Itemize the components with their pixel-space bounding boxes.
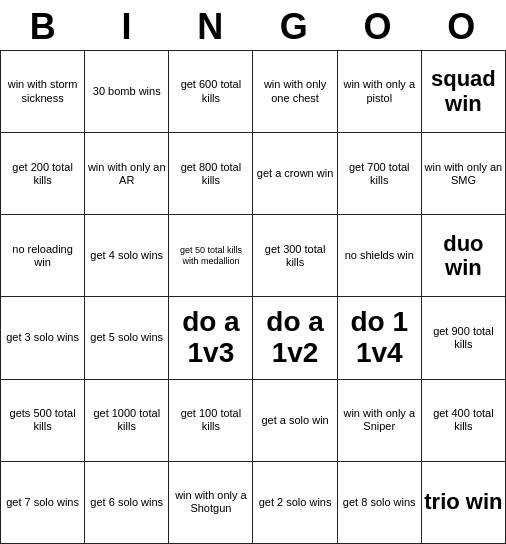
bingo-cell: get a crown win <box>253 133 337 215</box>
bingo-cell: get 6 solo wins <box>85 462 169 544</box>
bingo-cell: win with only a Sniper <box>338 380 422 462</box>
bingo-cell: gets 500 total kills <box>1 380 85 462</box>
bingo-cell: no shields win <box>338 215 422 297</box>
bingo-cell: do a 1v3 <box>169 297 253 379</box>
bingo-letter: O <box>337 6 421 48</box>
bingo-cell: get 5 solo wins <box>85 297 169 379</box>
bingo-cell: get 200 total kills <box>1 133 85 215</box>
bingo-cell: 30 bomb wins <box>85 51 169 133</box>
bingo-cell: get 900 total kills <box>422 297 506 379</box>
bingo-cell: win with storm sickness <box>1 51 85 133</box>
bingo-letter: B <box>2 6 86 48</box>
bingo-cell: do 1 1v4 <box>338 297 422 379</box>
bingo-cell: get 3 solo wins <box>1 297 85 379</box>
bingo-cell: no reloading win <box>1 215 85 297</box>
bingo-letter: I <box>86 6 170 48</box>
bingo-cell: get 600 total kills <box>169 51 253 133</box>
bingo-cell: win with only one chest <box>253 51 337 133</box>
bingo-cell: get a solo win <box>253 380 337 462</box>
bingo-cell: get 700 total kills <box>338 133 422 215</box>
bingo-cell: get 400 total kills <box>422 380 506 462</box>
bingo-cell: get 300 total kills <box>253 215 337 297</box>
bingo-cell: win with only a pistol <box>338 51 422 133</box>
bingo-cell: squad win <box>422 51 506 133</box>
bingo-cell: get 1000 total kills <box>85 380 169 462</box>
bingo-cell: get 2 solo wins <box>253 462 337 544</box>
bingo-letter: N <box>169 6 253 48</box>
bingo-letter: O <box>420 6 504 48</box>
bingo-cell: get 8 solo wins <box>338 462 422 544</box>
bingo-cell: duo win <box>422 215 506 297</box>
bingo-cell: win with only a Shotgun <box>169 462 253 544</box>
bingo-cell: get 50 total kills with medallion <box>169 215 253 297</box>
bingo-cell: get 100 total kills <box>169 380 253 462</box>
bingo-letter: G <box>253 6 337 48</box>
bingo-cell: trio win <box>422 462 506 544</box>
bingo-cell: win with only an SMG <box>422 133 506 215</box>
bingo-grid: win with storm sickness30 bomb winsget 6… <box>0 50 506 544</box>
bingo-cell: get 7 solo wins <box>1 462 85 544</box>
bingo-cell: get 4 solo wins <box>85 215 169 297</box>
bingo-cell: win with only an AR <box>85 133 169 215</box>
bingo-cell: get 800 total kills <box>169 133 253 215</box>
bingo-title: BINGOO <box>0 0 506 50</box>
bingo-cell: do a 1v2 <box>253 297 337 379</box>
